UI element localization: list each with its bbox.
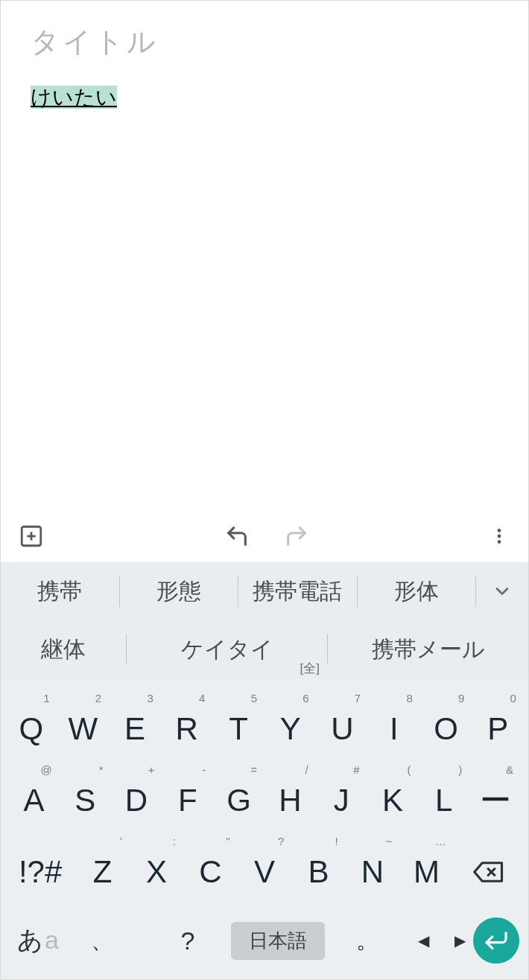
key-z[interactable]: Z' bbox=[75, 836, 130, 908]
title-field[interactable]: タイトル bbox=[31, 23, 498, 61]
redo-icon bbox=[284, 524, 309, 549]
svg-point-5 bbox=[498, 540, 501, 544]
key-m[interactable]: M… bbox=[399, 836, 454, 908]
arrow-right-key[interactable]: ▶ bbox=[454, 932, 466, 949]
suggestion-item[interactable]: 携帯メール bbox=[328, 620, 528, 678]
key-s[interactable]: S* bbox=[60, 765, 111, 836]
key-g[interactable]: G= bbox=[213, 765, 264, 836]
key-a[interactable]: A@ bbox=[8, 765, 60, 836]
suggestion-item[interactable]: 形体 bbox=[358, 562, 476, 620]
key-u[interactable]: U7 bbox=[317, 693, 369, 765]
language-key[interactable]: 日本語 bbox=[231, 922, 325, 960]
enter-key[interactable] bbox=[473, 917, 519, 964]
key-f[interactable]: F- bbox=[162, 765, 213, 836]
soft-keyboard: Q1 W2 E3 R4 T5 Y6 U7 I8 O9 P0 A@ S* D+ F… bbox=[1, 678, 528, 979]
key-y[interactable]: Y6 bbox=[264, 693, 317, 765]
arrow-left-key[interactable]: ◀ bbox=[418, 932, 429, 949]
keyboard-row: Q1 W2 E3 R4 T5 Y6 U7 I8 O9 P0 bbox=[1, 693, 528, 765]
add-icon[interactable] bbox=[19, 524, 44, 549]
suggestion-item[interactable]: 形態 bbox=[120, 562, 238, 620]
input-mode-toggle[interactable]: あa bbox=[17, 923, 59, 958]
keyboard-row: !?# Z' X: C" V? B! N~ M… bbox=[1, 836, 528, 908]
key-n[interactable]: N~ bbox=[346, 836, 400, 908]
note-toolbar bbox=[1, 510, 528, 562]
key-d[interactable]: D+ bbox=[111, 765, 162, 836]
key-p[interactable]: P0 bbox=[472, 693, 524, 765]
key-r[interactable]: R4 bbox=[161, 693, 213, 765]
ime-suggestion-bar: 携帯 形態 携帯電話 形体 継体 ケイタイ [全] 携帯メール bbox=[1, 562, 528, 678]
key-period[interactable]: 。 bbox=[325, 926, 411, 956]
key-h[interactable]: H/ bbox=[264, 765, 316, 836]
suggestion-sub: [全] bbox=[300, 660, 320, 677]
note-editor: タイトル けいたい bbox=[1, 1, 528, 510]
svg-point-3 bbox=[498, 529, 501, 532]
key-k[interactable]: K( bbox=[367, 765, 419, 836]
key-v[interactable]: V? bbox=[238, 836, 292, 908]
key-question[interactable]: ? bbox=[145, 926, 230, 955]
key-symbols[interactable]: !?# bbox=[5, 836, 75, 908]
key-backspace[interactable] bbox=[454, 836, 524, 908]
key-i[interactable]: I8 bbox=[368, 693, 420, 765]
key-e[interactable]: E3 bbox=[109, 693, 161, 765]
composing-text[interactable]: けいたい bbox=[31, 86, 117, 109]
expand-suggestions-button[interactable] bbox=[476, 562, 528, 620]
enter-icon bbox=[484, 931, 508, 950]
key-c[interactable]: C" bbox=[183, 836, 238, 908]
key-dash[interactable]: ー& bbox=[469, 765, 521, 836]
suggestion-item[interactable]: ケイタイ [全] bbox=[127, 620, 327, 678]
suggestion-item[interactable]: 携帯 bbox=[1, 562, 119, 620]
key-w[interactable]: W2 bbox=[57, 693, 110, 765]
undo-icon[interactable] bbox=[224, 524, 250, 549]
key-x[interactable]: X: bbox=[130, 836, 184, 908]
svg-point-4 bbox=[498, 535, 501, 538]
key-comma[interactable]: 、 bbox=[59, 926, 145, 956]
key-t[interactable]: T5 bbox=[212, 693, 264, 765]
chevron-down-icon bbox=[492, 581, 513, 602]
suggestion-item[interactable]: 継体 bbox=[1, 620, 126, 678]
keyboard-bottom-row: あa 、 ? 日本語 。 ◀ ▶ bbox=[1, 908, 528, 973]
key-b[interactable]: B! bbox=[291, 836, 346, 908]
backspace-icon bbox=[473, 859, 504, 885]
more-icon[interactable] bbox=[490, 524, 510, 549]
key-q[interactable]: Q1 bbox=[5, 693, 57, 765]
suggestion-item[interactable]: 携帯電話 bbox=[238, 562, 357, 620]
key-o[interactable]: O9 bbox=[420, 693, 472, 765]
key-j[interactable]: J# bbox=[316, 765, 367, 836]
keyboard-row: A@ S* D+ F- G= H/ J# K( L) ー& bbox=[1, 765, 528, 836]
key-l[interactable]: L) bbox=[418, 765, 469, 836]
note-body[interactable]: けいたい bbox=[31, 83, 498, 112]
